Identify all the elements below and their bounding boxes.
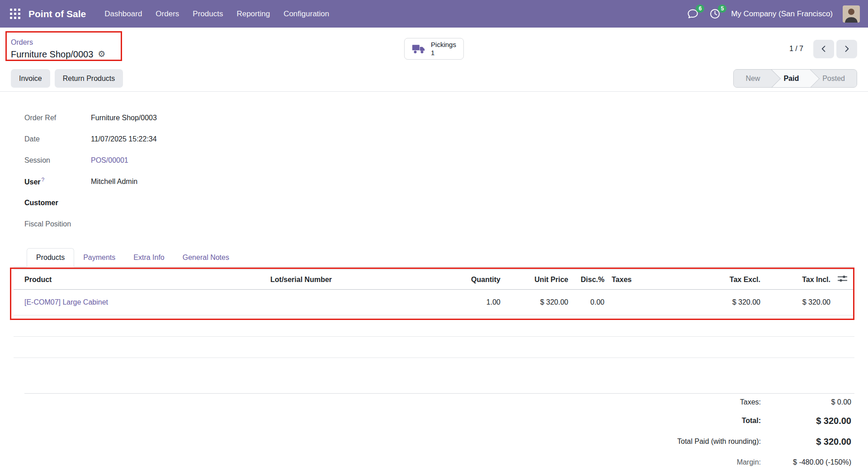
total-paid-label: Total Paid (with rounding):: [677, 437, 761, 446]
company-menu[interactable]: My Company (San Francisco): [731, 9, 833, 19]
col-tax-incl[interactable]: Tax Incl.: [764, 270, 834, 290]
activities-button[interactable]: 5: [709, 8, 721, 20]
col-unit-price[interactable]: Unit Price: [504, 270, 572, 290]
breadcrumb: Orders Furniture Shop/0003 ⚙: [11, 38, 404, 60]
field-customer: Customer: [24, 192, 854, 213]
pager: [813, 40, 857, 58]
pager-next-button[interactable]: [836, 40, 857, 58]
cell-taxes: [608, 290, 712, 315]
table-header-row: Product Lot/serial Number Quantity Unit …: [14, 270, 854, 290]
total-paid-row: Total Paid (with rounding): $ 320.00: [24, 431, 851, 452]
cell-lot-serial: [267, 290, 402, 315]
cell-tax-incl: $ 320.00: [764, 290, 834, 315]
col-quantity[interactable]: Quantity: [402, 270, 504, 290]
total-value: $ 320.00: [761, 416, 851, 426]
col-taxes[interactable]: Taxes: [608, 270, 712, 290]
top-navbar: Point of Sale Dashboard Orders Products …: [0, 0, 868, 28]
nav-dashboard[interactable]: Dashboard: [98, 9, 149, 19]
col-lot-serial[interactable]: Lot/serial Number: [267, 270, 402, 290]
field-session: Session POS/00001: [24, 150, 854, 171]
empty-row: [14, 337, 854, 358]
nav-reporting[interactable]: Reporting: [230, 9, 277, 19]
invoice-button[interactable]: Invoice: [11, 69, 50, 88]
breadcrumb-current: Furniture Shop/0003: [11, 48, 93, 60]
total-label: Total:: [742, 417, 761, 425]
apps-menu-icon[interactable]: [10, 9, 20, 19]
date-label: Date: [24, 135, 91, 143]
col-product[interactable]: Product: [14, 270, 267, 290]
order-form-sheet: Order Ref Furniture Shop/0003 Date 11/07…: [0, 92, 868, 473]
user-value: Mitchell Admin: [91, 178, 137, 186]
user-label: User?: [24, 177, 91, 186]
products-table: Product Lot/serial Number Quantity Unit …: [14, 269, 854, 358]
optional-columns-button[interactable]: [834, 270, 854, 290]
messages-button[interactable]: 6: [687, 8, 699, 20]
statusbar: New Paid Posted: [733, 69, 857, 88]
field-date: Date 11/07/2025 15:22:34: [24, 128, 854, 150]
col-disc[interactable]: Disc.%: [572, 270, 608, 290]
fiscal-position-label: Fiscal Position: [24, 220, 91, 228]
nav-products[interactable]: Products: [186, 9, 230, 19]
field-user: User? Mitchell Admin: [24, 171, 854, 192]
sliders-icon: [838, 275, 847, 282]
pickings-label: Pickings: [431, 41, 456, 49]
date-value: 11/07/2025 15:22:34: [91, 135, 157, 143]
total-row: Total: $ 320.00: [24, 410, 851, 431]
tab-products[interactable]: Products: [27, 248, 74, 267]
return-products-button[interactable]: Return Products: [55, 69, 123, 88]
total-paid-value: $ 320.00: [761, 437, 851, 447]
tab-payments[interactable]: Payments: [74, 248, 124, 267]
chevron-right-icon: [842, 44, 851, 53]
taxes-total-row: Taxes: $ 0.00: [24, 394, 851, 410]
tab-general-notes[interactable]: General Notes: [174, 248, 238, 267]
margin-label: Margin:: [737, 458, 761, 466]
status-new[interactable]: New: [734, 70, 772, 87]
avatar-image: [843, 5, 860, 23]
col-tax-excl[interactable]: Tax Excl.: [712, 270, 764, 290]
customer-label: Customer: [24, 199, 91, 207]
order-totals: Taxes: $ 0.00 Total: $ 320.00 Total Paid…: [24, 393, 854, 473]
field-order-ref: Order Ref Furniture Shop/0003: [24, 107, 854, 128]
cell-quantity: 1.00: [402, 290, 504, 315]
session-link[interactable]: POS/00001: [91, 156, 128, 165]
taxes-label: Taxes:: [740, 398, 761, 406]
product-link[interactable]: [E-COM07] Large Cabinet: [24, 298, 108, 306]
pager-previous-button[interactable]: [813, 40, 834, 58]
gear-icon[interactable]: ⚙: [98, 50, 105, 58]
notebook-tabs: Products Payments Extra Info General Not…: [14, 248, 854, 267]
taxes-value: $ 0.00: [761, 398, 851, 406]
order-ref-value: Furniture Shop/0003: [91, 114, 157, 122]
navbar-systray: 6 5 My Company (San Francisco): [687, 5, 860, 23]
session-label: Session: [24, 156, 91, 165]
margin-row: Margin: $ -480.00 (-150%): [24, 452, 851, 473]
margin-value: $ -480.00 (-150%): [761, 458, 851, 466]
user-avatar[interactable]: [843, 5, 860, 23]
tab-extra-info[interactable]: Extra Info: [124, 248, 173, 267]
nav-orders[interactable]: Orders: [149, 9, 186, 19]
truck-icon: [412, 44, 425, 54]
messages-badge: 6: [696, 5, 704, 13]
empty-row: [14, 315, 854, 337]
app-name[interactable]: Point of Sale: [28, 9, 86, 19]
table-row[interactable]: [E-COM07] Large Cabinet 1.00 $ 320.00 0.…: [14, 290, 854, 315]
order-ref-label: Order Ref: [24, 114, 91, 122]
cell-disc: 0.00: [572, 290, 608, 315]
nav-configuration[interactable]: Configuration: [277, 9, 336, 19]
cell-tax-excl: $ 320.00: [712, 290, 764, 315]
help-icon[interactable]: ?: [42, 177, 45, 183]
breadcrumb-orders-link[interactable]: Orders: [11, 38, 33, 46]
pickings-count: 1: [431, 49, 456, 57]
activities-badge: 5: [718, 5, 726, 13]
field-fiscal-position: Fiscal Position: [24, 213, 854, 235]
pickings-stat-button[interactable]: Pickings 1: [404, 38, 464, 60]
cell-unit-price: $ 320.00: [504, 290, 572, 315]
pager-counter[interactable]: 1 / 7: [789, 45, 803, 53]
control-panel: Orders Furniture Shop/0003 ⚙ Pickings 1: [0, 28, 868, 92]
chevron-left-icon: [819, 44, 828, 53]
